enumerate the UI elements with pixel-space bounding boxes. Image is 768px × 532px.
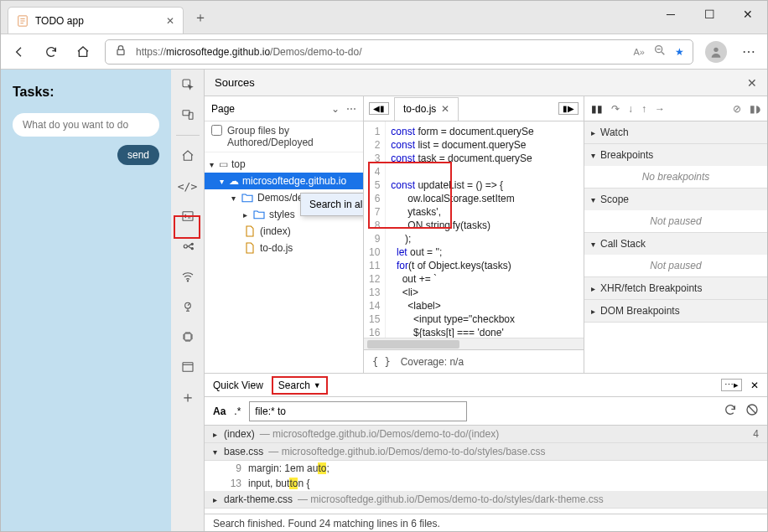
devtools-tool-strip: </> ＋	[171, 70, 205, 532]
breakpoints-section[interactable]: Breakpoints	[584, 144, 767, 166]
task-input[interactable]	[13, 113, 159, 137]
favicon-icon	[17, 15, 29, 27]
drawer-close-icon[interactable]: ✕	[750, 380, 759, 391]
search-tab[interactable]: Search▼	[272, 376, 328, 395]
console-icon[interactable]	[178, 206, 198, 226]
svg-rect-10	[183, 212, 193, 221]
context-menu: Search in all files	[300, 193, 364, 216]
result-line[interactable]: 9margin: 1em auto;	[205, 461, 767, 476]
clear-search-icon[interactable]	[745, 403, 759, 419]
tab-close-icon[interactable]: ✕	[166, 15, 174, 27]
group-files-label: Group files by Authored/Deployed	[227, 125, 356, 148]
svg-point-15	[184, 302, 190, 308]
pause-icon[interactable]: ▮▮	[591, 103, 603, 115]
menu-button[interactable]: ⋯	[739, 42, 759, 62]
tree-file-index[interactable]: (index)	[205, 223, 363, 240]
new-tab-button[interactable]: ＋	[194, 9, 207, 27]
memory-icon[interactable]	[178, 327, 198, 347]
page-heading: Tasks:	[13, 85, 159, 100]
profile-button[interactable]	[705, 41, 727, 63]
scope-section[interactable]: Scope	[584, 189, 767, 210]
tree-origin[interactable]: ☁microsoftedge.github.io	[205, 173, 363, 189]
favorite-icon[interactable]: ★	[675, 46, 684, 58]
sources-icon[interactable]	[178, 236, 198, 256]
debugger-pane: ▮▮ ↷ ↓ ↑ → ⊘ ▮◗ Watch BreakpointsNo brea…	[584, 96, 767, 373]
debug-toggle-icon[interactable]: ▮▶	[558, 102, 579, 115]
watch-section[interactable]: Watch	[584, 121, 767, 143]
network-icon[interactable]	[178, 266, 198, 287]
lock-icon	[114, 44, 127, 59]
url-text: https://microsoftedge.github.io/Demos/de…	[136, 46, 362, 58]
tree-top[interactable]: ▭top	[205, 156, 363, 173]
group-files-checkbox[interactable]	[211, 125, 222, 136]
drawer-more-icon[interactable]: ⋯▸	[721, 379, 742, 391]
home-button[interactable]	[73, 42, 93, 62]
callstack-section[interactable]: Call Stack	[584, 233, 767, 255]
home-panel-icon[interactable]	[178, 146, 198, 166]
cloud-icon: ☁	[229, 175, 239, 187]
browser-toolbar: https://microsoftedge.github.io/Demos/de…	[1, 34, 767, 70]
braces-icon[interactable]: { }	[372, 356, 391, 368]
performance-icon[interactable]	[178, 297, 198, 317]
refresh-search-icon[interactable]	[724, 403, 737, 419]
match-case-toggle[interactable]: Aa	[213, 405, 226, 417]
result-file[interactable]: (index) — microsoftedge.github.io/Demos/…	[205, 426, 767, 443]
step-into-icon[interactable]: ↓	[628, 103, 633, 115]
result-file[interactable]: base.css — microsoftedge.github.io/Demos…	[205, 443, 767, 461]
divider	[176, 135, 200, 136]
regex-toggle[interactable]: .*	[234, 405, 241, 417]
dom-bp-section[interactable]: DOM Breakpoints	[584, 300, 767, 322]
zoom-icon[interactable]	[653, 44, 667, 59]
tab-close-icon[interactable]: ✕	[441, 103, 449, 115]
inspect-icon[interactable]	[178, 75, 198, 95]
step-out-icon[interactable]: ↑	[641, 103, 646, 115]
chevron-down-icon[interactable]: ⌄	[331, 103, 340, 115]
editor-scrollbar[interactable]	[364, 338, 584, 349]
svg-point-13	[191, 248, 193, 250]
nav-tab-page[interactable]: Page	[211, 103, 235, 115]
pause-exceptions-icon[interactable]: ▮◗	[750, 103, 760, 115]
file-tree: ▭top ☁microsoftedge.github.io Demos/de s…	[205, 152, 363, 260]
editor-tab[interactable]: to-do.js✕	[394, 97, 459, 121]
window-close-button[interactable]: ✕	[729, 1, 767, 28]
send-button[interactable]: send	[117, 145, 159, 165]
menu-search-all-files[interactable]: Search in all files	[301, 194, 364, 215]
nav-more-icon[interactable]: ⋯	[346, 103, 356, 115]
back-button[interactable]	[9, 42, 29, 62]
tab-title: TODO app	[35, 15, 84, 27]
code-editor[interactable]: 1234567891011121314151617 const form = d…	[364, 121, 584, 338]
coverage-label: Coverage: n/a	[401, 356, 464, 368]
tree-file-todo[interactable]: to-do.js	[205, 240, 363, 256]
reader-icon[interactable]: A»	[634, 47, 645, 57]
panel-close-icon[interactable]: ✕	[747, 76, 757, 90]
editor-pane: ◀▮ to-do.js✕ ▮▶ 123456789101112131415161…	[364, 96, 584, 373]
panel-header: Sources ✕	[205, 70, 767, 96]
deactivate-bp-icon[interactable]: ⊘	[733, 103, 741, 115]
xhr-section[interactable]: XHR/fetch Breakpoints	[584, 277, 767, 299]
address-bar[interactable]: https://microsoftedge.github.io/Demos/de…	[105, 39, 693, 65]
svg-rect-16	[184, 333, 191, 340]
window-maximize-button[interactable]: ☐	[690, 1, 729, 28]
svg-point-6	[714, 47, 718, 51]
elements-icon[interactable]: </>	[178, 176, 198, 196]
step-icon[interactable]: →	[655, 103, 665, 115]
svg-point-14	[187, 281, 188, 281]
window-minimize-button[interactable]: ─	[651, 1, 690, 28]
add-tool-button[interactable]: ＋	[178, 387, 198, 407]
result-file[interactable]: dark-theme.css — microsoftedge.github.io…	[205, 491, 767, 509]
device-icon[interactable]	[178, 105, 198, 125]
search-input[interactable]	[249, 401, 467, 421]
panel-title: Sources	[215, 76, 255, 89]
browser-tab[interactable]: TODO app ✕	[8, 7, 184, 34]
quick-view-panel: Quick View Search▼ ⋯▸ ✕ Aa .* (index) — …	[205, 373, 767, 532]
devtools: </> ＋ Sources ✕ Page ⌄	[171, 70, 767, 532]
step-over-icon[interactable]: ↷	[611, 103, 620, 115]
browser-titlebar: TODO app ✕ ＋ ─ ☐ ✕	[1, 1, 767, 34]
result-line[interactable]: 13input, button {	[205, 476, 767, 491]
navigator-pane: Page ⌄ ⋯ Group files by Authored/Deploye…	[205, 96, 364, 373]
refresh-button[interactable]	[41, 42, 61, 62]
search-status: Search finished. Found 24 matching lines…	[205, 514, 767, 532]
nav-toggle-icon[interactable]: ◀▮	[369, 102, 389, 115]
application-icon[interactable]	[178, 357, 198, 377]
svg-point-11	[184, 245, 187, 248]
